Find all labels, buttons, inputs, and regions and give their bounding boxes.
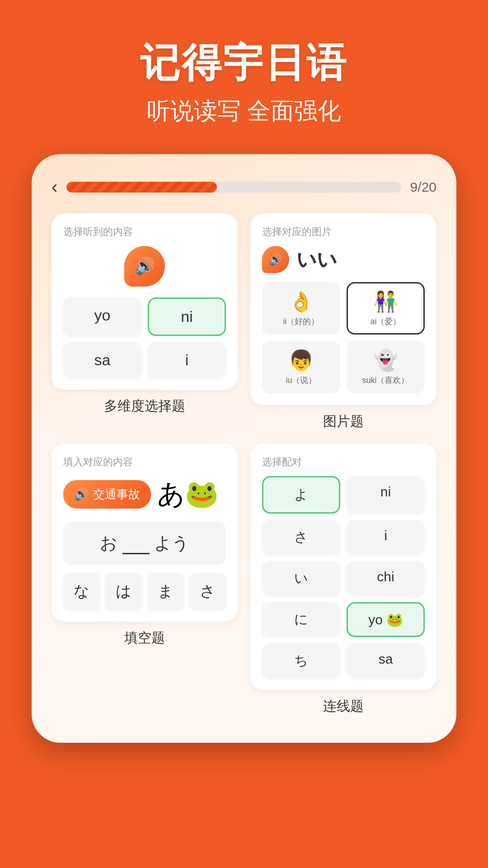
match-left-i[interactable]: い: [262, 561, 340, 596]
cards-grid: 选择听到的内容 🔊 yo ni sa i 多维度选择题 选择对应的图片 🔊 い: [52, 213, 436, 716]
card3-label: 填入对应的内容: [63, 455, 226, 469]
match-left-yo[interactable]: よ: [262, 476, 340, 514]
img-choice-suki[interactable]: 👻 suki（喜欢）: [347, 341, 425, 393]
card2-wrapper: 选择对应的图片 🔊 いい 👌 ii（好的） 👫 ai（爱） 👦: [250, 213, 436, 431]
card2-label: 选择对应的图片: [262, 225, 425, 239]
mascot-small: 🐸: [386, 612, 403, 627]
progress-bar-fill: [66, 182, 217, 193]
app-subtitle: 听说读写 全面强化: [140, 95, 348, 127]
fill-blank-card: 填入对应的内容 🔊 交通事故 あ🐸 お よう な は ま: [52, 443, 238, 622]
choices-grid: yo ni sa i: [63, 297, 226, 378]
progress-bar-background: [66, 182, 401, 193]
card3-wrapper: 填入对应的内容 🔊 交通事故 あ🐸 お よう な は ま: [52, 443, 238, 716]
img-choice-iu[interactable]: 👦 iu（说）: [262, 341, 340, 393]
img-choice-ai[interactable]: 👫 ai（爱）: [347, 282, 425, 335]
audio-text: 交通事故: [93, 486, 140, 502]
img-label-ii: ii（好的）: [283, 317, 319, 326]
img-label-suki: suki（喜欢）: [362, 376, 409, 385]
card1-bottom-label: 多维度选择题: [52, 397, 238, 415]
choice-sa[interactable]: sa: [63, 342, 141, 378]
image-choices: 👌 ii（好的） 👫 ai（爱） 👦 iu（说） 👻 suki（喜欢）: [262, 282, 425, 393]
sound-button[interactable]: 🔊: [124, 246, 165, 287]
image-choice-card: 选择对应的图片 🔊 いい 👌 ii（好的） 👫 ai（爱） 👦: [250, 213, 436, 405]
app-title: 记得宇日语: [140, 36, 348, 90]
match-left-chi[interactable]: ち: [262, 643, 340, 678]
emoji-ok: 👌: [270, 290, 333, 313]
emoji-couple: 👫: [354, 290, 417, 313]
progress-row: ‹ 9/20: [52, 177, 436, 197]
match-right-sa[interactable]: sa: [347, 643, 425, 678]
hiragana-display: いい: [296, 246, 337, 273]
match-right-yo[interactable]: yo 🐸: [347, 602, 425, 637]
char-na[interactable]: な: [63, 573, 100, 610]
progress-counter: 9/20: [410, 179, 436, 195]
card2-sound-button[interactable]: 🔊: [262, 246, 289, 273]
card1-label: 选择听到的内容: [63, 225, 226, 239]
header: 记得宇日语 听说读写 全面强化: [122, 0, 366, 145]
match-left-ni[interactable]: に: [262, 602, 340, 637]
mascot-hiragana: あ🐸: [157, 476, 219, 513]
card1-sound-wrap: 🔊: [63, 246, 226, 287]
card1-wrapper: 选择听到的内容 🔊 yo ni sa i 多维度选择题: [52, 213, 238, 431]
audio-pill[interactable]: 🔊 交通事故: [63, 480, 151, 509]
match-right-i[interactable]: i: [347, 520, 425, 555]
choice-yo[interactable]: yo: [63, 297, 141, 336]
img-label-iu: iu（说）: [286, 376, 316, 385]
sentence-before: お: [100, 533, 117, 552]
emoji-ghost: 👻: [354, 349, 417, 372]
phone-mockup: ‹ 9/20 选择听到的内容 🔊 yo ni sa i 多维度选择题: [32, 154, 456, 743]
multiple-choice-card: 选择听到的内容 🔊 yo ni sa i: [52, 213, 238, 390]
card4-label: 选择配对: [262, 455, 425, 469]
choice-i[interactable]: i: [148, 342, 226, 378]
img-label-ai: ai（爱）: [370, 317, 401, 326]
card4-bottom-label: 连线题: [250, 697, 436, 716]
audio-icon: 🔊: [74, 487, 89, 501]
blank-line: [122, 533, 150, 554]
matching-card: 选择配对 よ ni さ i い chi に yo 🐸 ち sa: [250, 443, 436, 690]
match-right-ni[interactable]: ni: [347, 476, 425, 514]
card3-bottom-label: 填空题: [52, 629, 238, 647]
card2-sound-row: 🔊 いい: [262, 246, 425, 273]
card4-wrapper: 选择配对 よ ni さ i い chi に yo 🐸 ち sa 连线题: [250, 443, 436, 716]
sentence-after: よう: [154, 533, 189, 552]
char-ha[interactable]: は: [105, 573, 142, 610]
back-button[interactable]: ‹: [52, 177, 57, 197]
card3-audio-row: 🔊 交通事故 あ🐸: [63, 476, 226, 513]
fill-sentence: お よう: [63, 522, 226, 565]
emoji-boy: 👦: [270, 349, 333, 372]
choice-ni[interactable]: ni: [148, 297, 226, 336]
img-choice-ii[interactable]: 👌 ii（好的）: [262, 282, 340, 335]
match-grid: よ ni さ i い chi に yo 🐸 ち sa: [262, 476, 425, 678]
match-right-chi[interactable]: chi: [347, 561, 425, 596]
match-left-sa[interactable]: さ: [262, 520, 340, 555]
char-options: な は ま さ: [63, 573, 226, 610]
card2-bottom-label: 图片题: [250, 412, 436, 431]
char-sa[interactable]: さ: [189, 573, 226, 610]
char-ma[interactable]: ま: [147, 573, 184, 610]
